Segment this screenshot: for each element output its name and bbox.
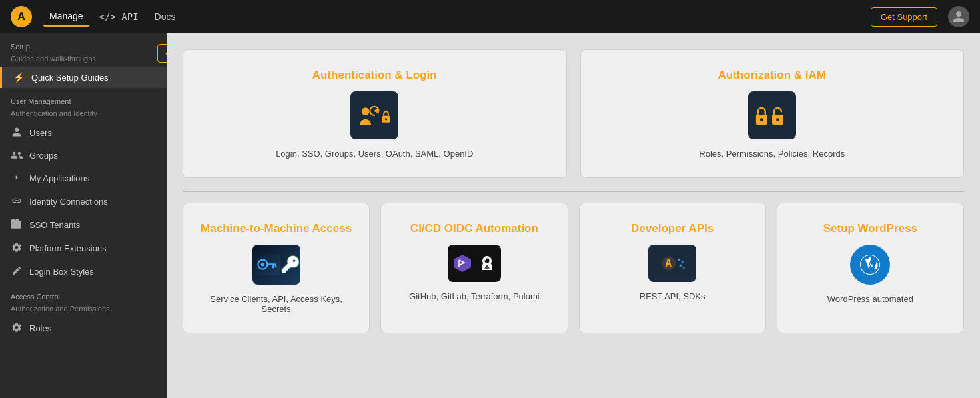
usermgmt-section-label: User Management xyxy=(0,88,167,108)
svg-rect-12 xyxy=(272,265,274,268)
sidebar-item-my-applications[interactable]: My Applications xyxy=(0,167,167,190)
login-box-styles-icon xyxy=(11,265,23,278)
svg-marker-1 xyxy=(374,108,379,113)
sidebar-item-platform-extensions[interactable]: Platform Extensions xyxy=(0,237,167,260)
cicd-title: CI/CD OIDC Automation xyxy=(410,222,538,235)
svg-point-5 xyxy=(760,118,763,121)
sidebar-item-sso-tenants[interactable]: SSO Tenants xyxy=(0,213,167,237)
cicd-desc: GitHub, GitLab, Terraform, Pulumi xyxy=(409,291,540,301)
svg-rect-13 xyxy=(274,265,276,268)
wordpress-icon-box: W xyxy=(850,245,890,285)
dev-apis-icon-box: A xyxy=(648,245,696,282)
groups-icon xyxy=(11,150,23,161)
svg-text:A: A xyxy=(666,257,672,269)
my-applications-label: My Applications xyxy=(29,173,89,183)
sidebar-item-label: Quick Setup Guides xyxy=(31,73,109,83)
svg-point-10 xyxy=(260,263,264,267)
identity-connections-label: Identity Connections xyxy=(29,197,108,207)
users-label: Users xyxy=(29,128,52,138)
sidebar-collapse-button[interactable]: ‹ xyxy=(157,44,167,63)
nav-api[interactable]: </> API xyxy=(93,7,145,26)
avatar[interactable] xyxy=(948,6,969,27)
roles-label: Roles xyxy=(29,323,51,333)
dev-apis-title: Developer APIs xyxy=(631,222,714,235)
m2m-title: Machine-to-Machine Access xyxy=(201,222,352,235)
wordpress-desc: WordPress automated xyxy=(827,294,913,304)
wordpress-card[interactable]: Setup WordPress W WordPress automated xyxy=(777,203,964,333)
main-content: Authentication & Login xyxy=(167,33,980,398)
svg-rect-8 xyxy=(252,254,280,275)
svg-point-17 xyxy=(484,259,486,261)
dev-apis-card[interactable]: Developer APIs A xyxy=(579,203,766,333)
identity-connections-icon xyxy=(11,195,23,208)
m2m-icon-box xyxy=(252,245,300,285)
access-control-section-sublabel: Authorization and Permissions xyxy=(0,303,167,317)
sidebar-item-roles[interactable]: Roles xyxy=(0,317,167,340)
usermgmt-section-sublabel: Authentication and Identity xyxy=(0,108,167,121)
quick-setup-icon: ⚡ xyxy=(13,72,25,83)
svg-line-26 xyxy=(680,265,684,267)
auth-login-desc: Login, SSO, Groups, Users, OAuth, SAML, … xyxy=(276,149,473,159)
m2m-desc: Service Clients, API, Access Keys, Secre… xyxy=(197,294,356,314)
nav-manage[interactable]: Manage xyxy=(43,7,90,27)
auth-login-card[interactable]: Authentication & Login xyxy=(183,49,567,178)
users-icon xyxy=(11,127,23,139)
svg-line-25 xyxy=(680,262,682,265)
auth-login-icon-box xyxy=(350,91,398,139)
sso-tenants-label: SSO Tenants xyxy=(29,220,80,230)
svg-point-3 xyxy=(385,118,387,120)
svg-line-24 xyxy=(680,260,683,262)
wordpress-title: Setup WordPress xyxy=(823,222,917,235)
sidebar-item-login-box-styles[interactable]: Login Box Styles xyxy=(0,260,167,283)
authz-iam-card[interactable]: Authorization & IAM Roles, Permissions, … xyxy=(580,49,965,178)
main-layout: ‹ Setup Guides and walk-throughs ⚡ Quick… xyxy=(0,33,980,398)
sidebar-item-groups[interactable]: Groups xyxy=(0,145,167,167)
authz-iam-title: Authorization & IAM xyxy=(718,69,826,82)
cicd-icon-box xyxy=(448,245,501,282)
svg-point-0 xyxy=(362,107,370,115)
sidebar-item-identity-connections[interactable]: Identity Connections xyxy=(0,190,167,213)
setup-section-label: Setup xyxy=(0,33,167,53)
platform-extensions-label: Platform Extensions xyxy=(29,243,107,253)
auth-login-title: Authentication & Login xyxy=(312,69,437,82)
m2m-card[interactable]: Machine-to-Machine Access xyxy=(183,203,370,333)
access-control-section-label: Access Control xyxy=(0,283,167,303)
cicd-card[interactable]: CI/CD OIDC Automation xyxy=(380,203,568,333)
get-support-button[interactable]: Get Support xyxy=(871,7,937,27)
roles-icon xyxy=(11,322,23,335)
topnav: A Manage </> API Docs Get Support xyxy=(0,0,980,33)
sidebar-item-quick-setup[interactable]: ⚡ Quick Setup Guides xyxy=(0,67,167,88)
cards-bottom-row: Machine-to-Machine Access xyxy=(183,203,964,333)
setup-section-sublabel: Guides and walk-throughs xyxy=(0,53,167,67)
svg-point-7 xyxy=(776,118,779,121)
logo[interactable]: A xyxy=(11,6,32,27)
dev-apis-desc: REST API, SDKs xyxy=(640,291,706,301)
login-box-styles-label: Login Box Styles xyxy=(29,267,94,277)
nav-links: Manage </> API Docs xyxy=(43,7,183,27)
svg-rect-11 xyxy=(267,263,276,265)
svg-text:W: W xyxy=(867,261,874,269)
section-separator xyxy=(183,191,964,192)
sidebar: ‹ Setup Guides and walk-throughs ⚡ Quick… xyxy=(0,33,167,398)
platform-extensions-icon xyxy=(11,242,23,255)
sidebar-item-users[interactable]: Users xyxy=(0,121,167,145)
my-applications-icon xyxy=(11,172,23,185)
nav-docs[interactable]: Docs xyxy=(148,7,183,26)
groups-label: Groups xyxy=(29,151,58,161)
cards-top-row: Authentication & Login xyxy=(183,49,964,178)
authz-iam-desc: Roles, Permissions, Policies, Records xyxy=(699,149,845,159)
sso-tenants-icon xyxy=(11,219,23,231)
authz-iam-icon-box xyxy=(748,91,796,139)
